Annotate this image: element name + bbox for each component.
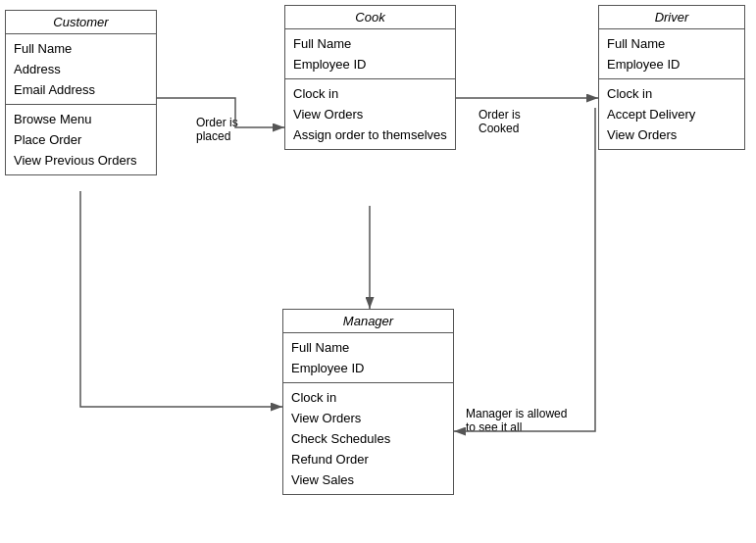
- manager-attr-empid: Employee ID: [291, 358, 445, 378]
- cook-method-assign: Assign order to themselves: [293, 124, 447, 145]
- driver-attributes: Full Name Employee ID: [599, 29, 744, 79]
- cook-entity: Cook Full Name Employee ID Clock in View…: [284, 5, 456, 150]
- driver-method-clockin: Clock in: [607, 83, 736, 104]
- driver-method-accept: Accept Delivery: [607, 104, 736, 124]
- customer-attr-fullname: Full Name: [14, 38, 148, 59]
- manager-attr-fullname: Full Name: [291, 337, 445, 358]
- customer-to-manager-line: [80, 191, 282, 407]
- customer-title: Customer: [6, 11, 156, 34]
- driver-attr-fullname: Full Name: [607, 33, 736, 54]
- manager-attributes: Full Name Employee ID: [283, 333, 453, 383]
- driver-entity: Driver Full Name Employee ID Clock in Ac…: [598, 5, 745, 150]
- customer-attr-address: Address: [14, 59, 148, 79]
- manager-allowed-label: Manager is allowed to see it all: [466, 407, 567, 434]
- cook-attr-fullname: Full Name: [293, 33, 447, 54]
- driver-to-manager-line: [454, 108, 595, 431]
- driver-attr-empid: Employee ID: [607, 54, 736, 74]
- manager-method-vieworders: View Orders: [291, 408, 445, 428]
- customer-method-browse: Browse Menu: [14, 109, 148, 129]
- manager-method-clockin: Clock in: [291, 387, 445, 408]
- order-placed-label: Order is placed: [196, 116, 238, 143]
- driver-methods: Clock in Accept Delivery View Orders: [599, 79, 744, 149]
- manager-title: Manager: [283, 310, 453, 333]
- cook-attributes: Full Name Employee ID: [285, 29, 455, 79]
- customer-attributes: Full Name Address Email Address: [6, 34, 156, 105]
- order-cooked-label: Order is Cooked: [479, 108, 521, 135]
- manager-method-schedules: Check Schedules: [291, 428, 445, 449]
- cook-method-vieworders: View Orders: [293, 104, 447, 124]
- customer-entity: Customer Full Name Address Email Address…: [5, 10, 157, 175]
- cook-title: Cook: [285, 6, 455, 29]
- driver-title: Driver: [599, 6, 744, 29]
- manager-methods: Clock in View Orders Check Schedules Ref…: [283, 383, 453, 494]
- customer-methods: Browse Menu Place Order View Previous Or…: [6, 105, 156, 174]
- cook-attr-empid: Employee ID: [293, 54, 447, 74]
- manager-entity: Manager Full Name Employee ID Clock in V…: [282, 309, 454, 495]
- manager-method-sales: View Sales: [291, 469, 445, 490]
- customer-method-view: View Previous Orders: [14, 150, 148, 171]
- driver-method-view: View Orders: [607, 124, 736, 145]
- customer-attr-email: Email Address: [14, 79, 148, 100]
- customer-method-place: Place Order: [14, 129, 148, 150]
- manager-method-refund: Refund Order: [291, 449, 445, 469]
- cook-method-clockin: Clock in: [293, 83, 447, 104]
- cook-methods: Clock in View Orders Assign order to the…: [285, 79, 455, 149]
